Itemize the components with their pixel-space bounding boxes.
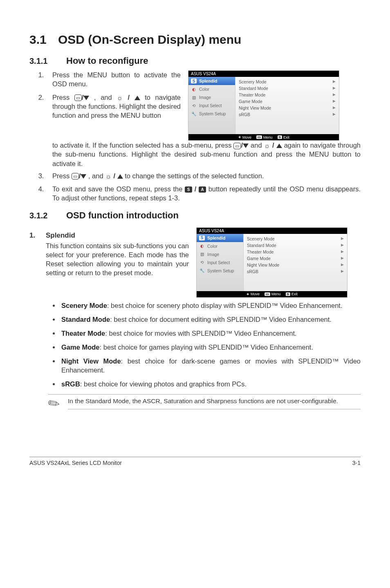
image-icon: ▧	[199, 252, 205, 257]
step-4: To exit and save the OSD menu, press the…	[46, 184, 361, 203]
brightness-icon: ☼	[105, 173, 112, 180]
osd-opt-srgb[interactable]: sRGB▶	[247, 268, 344, 275]
move-arrows-icon: ✦	[246, 292, 249, 296]
system-icon: 🔧	[199, 268, 205, 273]
osd-titlebar: ASUS VS24A	[197, 228, 347, 234]
pencil-icon: ✎	[45, 394, 63, 414]
mode-standard: Standard Mode: best choice for document …	[60, 315, 361, 324]
osd-sidebar-color[interactable]: ◐Color	[188, 85, 235, 93]
step-3: Press ▭/ , and ☼ / to change the setting…	[46, 171, 361, 180]
down-triangle-icon	[83, 96, 89, 100]
section-312-text: OSD function introduction	[66, 210, 179, 220]
down-triangle-icon	[81, 174, 86, 179]
mode-game: Game Mode: best choice for games playing…	[60, 343, 361, 352]
osd-opt-scenery[interactable]: Scenery Mode▶	[247, 236, 344, 242]
chevron-right-icon: ▶	[333, 105, 336, 110]
chapter-text: OSD (On-Screen Display) menu	[58, 33, 241, 46]
exit-key-icon: S	[278, 135, 282, 139]
osd-opt-theater[interactable]: Theater Mode▶	[247, 249, 344, 255]
osd-sidebar-color[interactable]: ◐Color	[197, 242, 243, 250]
osd-titlebar: ASUS VS24A	[188, 71, 339, 77]
menu-key-icon: ▭	[264, 292, 270, 296]
brightness-icon: ☼	[264, 142, 271, 149]
osd-opt-srgb[interactable]: sRGB▶	[239, 111, 336, 118]
osd-opt-scenery[interactable]: Scenery Mode▶	[239, 79, 336, 85]
s-button-icon: S	[185, 186, 192, 193]
chevron-right-icon: ▶	[341, 249, 344, 254]
menu-down-icon: ▭	[72, 173, 79, 180]
osd-sidebar-image[interactable]: ▧Image	[197, 250, 243, 258]
splendid-description: This function contains six sub-functions…	[29, 241, 189, 278]
chevron-right-icon: ▶	[341, 243, 344, 248]
osd-sidebar-splendid[interactable]: SSplendid	[197, 234, 243, 242]
mode-night: Night View Mode: best choice for dark-sc…	[60, 357, 361, 375]
chapter-number: 3.1	[29, 33, 58, 47]
note-text: In the Standard Mode, the ASCR, Saturati…	[68, 397, 361, 409]
section-312-num: 3.1.2	[29, 211, 66, 220]
chevron-right-icon: ▶	[333, 112, 336, 117]
splendid-label: Splendid	[46, 231, 75, 239]
chevron-right-icon: ▶	[341, 256, 344, 261]
exit-key-icon: S	[286, 292, 290, 296]
footer-right: 3-1	[352, 460, 361, 466]
osd-opt-standard[interactable]: Standard Mode▶	[239, 85, 336, 92]
menu-down-icon: ▭	[74, 94, 82, 101]
up-triangle-icon	[276, 144, 282, 148]
chevron-right-icon: ▶	[341, 269, 344, 274]
down-triangle-icon	[243, 144, 249, 148]
section-312-heading: 3.1.2OSD function introduction	[29, 210, 361, 221]
step-2-start: Press ▭/ , and ☼ / to navigate through t…	[46, 93, 181, 120]
chevron-right-icon: ▶	[333, 86, 336, 91]
a-button-icon: A	[199, 186, 206, 193]
splendid-heading: 1.Splendid	[29, 231, 189, 240]
splendid-icon: S	[199, 236, 205, 240]
menu-key-icon: ▭	[256, 135, 262, 139]
chevron-right-icon: ▶	[333, 79, 336, 84]
step-1: Press the MENU button to activate the OS…	[46, 70, 181, 89]
color-icon: ◐	[191, 87, 197, 92]
osd-footer: ✦Move ▭Menu SExit	[197, 291, 347, 297]
input-icon: ⟲	[199, 260, 205, 265]
osd-opt-night[interactable]: Night View Mode▶	[239, 105, 336, 111]
osd-opt-theater[interactable]: Theater Mode▶	[239, 92, 336, 98]
osd-sidebar-input[interactable]: ⟲Input Select	[197, 258, 243, 267]
mode-scenery: Scenery Mode: best choice for scenery ph…	[60, 301, 361, 310]
osd-main-panel: Scenery Mode▶ Standard Mode▶ Theater Mod…	[244, 234, 347, 291]
brightness-icon: ☼	[117, 94, 123, 101]
osd-sidebar-splendid[interactable]: SSplendid	[188, 77, 235, 85]
osd-sidebar-system[interactable]: 🔧System Setup	[197, 267, 243, 275]
osd-sidebar: SSplendid ◐Color ▧Image ⟲Input Select 🔧S…	[188, 77, 235, 134]
page-title: 3.1OSD (On-Screen Display) menu	[29, 33, 361, 47]
step-2-continuation: to activate it. If the function selected…	[52, 141, 361, 168]
osd-sidebar: SSplendid ◐Color ▧Image ⟲Input Select 🔧S…	[197, 234, 244, 291]
mode-list: Scenery Mode: best choice for scenery ph…	[29, 301, 361, 389]
osd-sidebar-input[interactable]: ⟲Input Select	[188, 101, 235, 110]
input-icon: ⟲	[191, 103, 197, 108]
osd-footer: ✦Move ▭Menu SExit	[188, 134, 339, 140]
osd-opt-game[interactable]: Game Mode▶	[239, 98, 336, 105]
osd-sidebar-image[interactable]: ▧Image	[188, 93, 235, 101]
up-triangle-icon	[134, 96, 140, 100]
page-footer: ASUS VS24AxL Series LCD Monitor 3-1	[29, 457, 361, 466]
osd-opt-standard[interactable]: Standard Mode▶	[247, 242, 344, 249]
image-icon: ▧	[191, 95, 197, 100]
menu-down-icon: ▭	[233, 143, 241, 149]
move-arrows-icon: ✦	[238, 135, 241, 139]
chevron-right-icon: ▶	[333, 92, 336, 97]
osd-main-panel: Scenery Mode▶ Standard Mode▶ Theater Mod…	[235, 77, 339, 134]
system-icon: 🔧	[191, 111, 197, 116]
osd-opt-night[interactable]: Night View Mode▶	[247, 262, 344, 268]
footer-left: ASUS VS24AxL Series LCD Monitor	[29, 460, 122, 466]
color-icon: ◐	[199, 244, 205, 249]
chevron-right-icon: ▶	[333, 99, 336, 104]
splendid-icon: S	[191, 79, 197, 83]
osd-sidebar-system[interactable]: 🔧System Setup	[188, 110, 235, 118]
osd-opt-game[interactable]: Game Mode▶	[247, 255, 344, 262]
section-311-num: 3.1.1	[29, 56, 66, 66]
section-311-heading: 3.1.1How to reconfigure	[29, 56, 361, 66]
mode-srgb: sRGB: best choice for viewing photos and…	[60, 379, 361, 388]
osd-screenshot-2: ASUS VS24A SSplendid ◐Color ▧Image ⟲Inpu…	[196, 227, 347, 298]
osd-screenshot-1: ASUS VS24A SSplendid ◐Color ▧Image ⟲Inpu…	[188, 70, 339, 141]
note-block: ✎ In the Standard Mode, the ASCR, Satura…	[48, 394, 361, 412]
mode-theater: Theater Mode: best choice for movies wit…	[60, 329, 361, 338]
